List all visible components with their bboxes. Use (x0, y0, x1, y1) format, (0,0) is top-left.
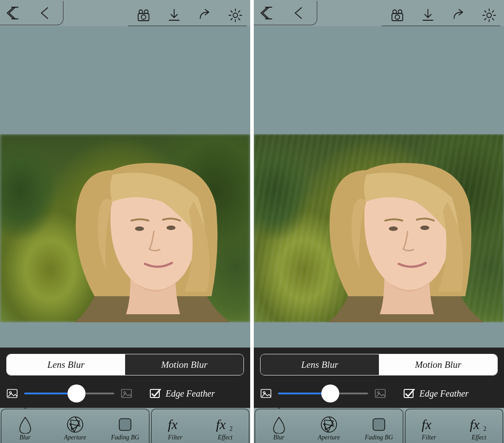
back-icon[interactable] (292, 5, 307, 21)
record-icon[interactable] (136, 8, 151, 23)
tab-label: Blur (273, 434, 284, 441)
nav-group (254, 1, 317, 25)
edge-feather-toggle[interactable]: Edge Feather (403, 388, 468, 399)
tab-fading-bg[interactable]: Fading BG (354, 408, 404, 443)
nav-group (0, 1, 63, 25)
square-icon (370, 416, 388, 434)
tab-label: Filter (168, 434, 182, 441)
tab-blur[interactable]: Blur (0, 408, 50, 443)
slider-row: Edge Feather (0, 375, 250, 408)
tab-label: Effect (218, 434, 233, 441)
top-toolbar (0, 0, 250, 26)
blur-amount-slider[interactable] (24, 384, 114, 402)
fx-icon (166, 416, 184, 434)
square-icon (116, 416, 134, 434)
editor-pane-right: Lens BlurMotion Blur Edge Feather (254, 0, 504, 443)
tab-blur[interactable]: Blur (254, 408, 304, 443)
slider-thumb[interactable] (68, 384, 86, 402)
controls-panel: Lens BlurMotion Blur Edge Feather (254, 348, 504, 408)
record-icon[interactable] (390, 8, 405, 23)
tab-fading-bg[interactable]: Fading BG (100, 408, 150, 443)
tab-effect[interactable]: Effect (454, 408, 504, 443)
canvas-bottom-spacer (254, 322, 504, 348)
photo-preview[interactable] (0, 134, 250, 322)
drop-icon (270, 416, 288, 434)
blur-mode-segmented: Lens BlurMotion Blur (6, 354, 244, 375)
blur-mode-label: Motion Blur (415, 359, 461, 371)
canvas-bottom-spacer (0, 322, 250, 348)
image-blur-icon (374, 388, 386, 399)
photo-preview[interactable] (254, 134, 504, 322)
action-group (382, 8, 500, 26)
bottom-tab-bar: Blur Aperture Fading BG Filter Effect (0, 408, 250, 443)
bottom-tab-bar: Blur Aperture Fading BG Filter Effect (254, 408, 504, 443)
fx2-icon (216, 416, 234, 434)
top-toolbar (254, 0, 504, 26)
download-icon[interactable] (420, 8, 436, 23)
controls-panel: Lens BlurMotion Blur Edge Feather (0, 348, 250, 408)
image-blur-icon (121, 388, 132, 399)
home-icon[interactable] (6, 5, 22, 21)
share-icon[interactable] (197, 8, 212, 23)
tab-label: Blur (19, 434, 31, 441)
settings-icon[interactable] (482, 8, 497, 23)
tab-label: Filter (422, 434, 436, 441)
canvas-top-spacer (254, 26, 504, 134)
home-icon[interactable] (260, 5, 275, 21)
drop-icon (16, 416, 34, 434)
aperture-icon (320, 416, 338, 434)
edge-feather-toggle[interactable]: Edge Feather (149, 388, 215, 399)
blur-amount-slider[interactable] (278, 384, 368, 402)
tab-label: Aperture (318, 434, 340, 441)
image-sharp-icon (6, 388, 18, 399)
edge-feather-label: Edge Feather (166, 389, 215, 399)
share-icon[interactable] (451, 8, 466, 23)
tab-aperture[interactable]: Aperture (304, 408, 354, 443)
action-group (128, 8, 247, 26)
download-icon[interactable] (166, 8, 182, 23)
blur-mode-label: Lens Blur (47, 359, 84, 371)
back-icon[interactable] (38, 5, 53, 21)
image-sharp-icon (260, 388, 272, 399)
blur-mode-lens-blur[interactable]: Lens Blur (7, 354, 125, 375)
fx2-icon (470, 416, 488, 434)
blur-mode-lens-blur[interactable]: Lens Blur (261, 354, 379, 375)
blur-mode-segmented: Lens BlurMotion Blur (260, 354, 498, 375)
slider-row: Edge Feather (254, 375, 504, 408)
tab-filter[interactable]: Filter (404, 408, 454, 443)
tab-label: Fading BG (365, 434, 393, 441)
fx-icon (420, 416, 438, 434)
blur-mode-label: Motion Blur (161, 359, 207, 371)
slider-thumb[interactable] (321, 384, 339, 402)
canvas-top-spacer (0, 26, 250, 134)
blur-mode-motion-blur[interactable]: Motion Blur (379, 354, 497, 375)
edge-feather-label: Edge Feather (419, 389, 468, 399)
aperture-icon (66, 416, 84, 434)
tab-effect[interactable]: Effect (200, 408, 250, 443)
blur-mode-motion-blur[interactable]: Motion Blur (125, 354, 243, 375)
blur-mode-label: Lens Blur (301, 359, 338, 371)
tab-label: Aperture (64, 434, 86, 441)
photo-subject (254, 134, 504, 322)
tab-label: Effect (472, 434, 486, 441)
editor-pane-left: Lens BlurMotion Blur Edge Feather (0, 0, 250, 443)
tab-label: Fading BG (111, 434, 140, 441)
tab-aperture[interactable]: Aperture (50, 408, 100, 443)
settings-icon[interactable] (228, 8, 243, 23)
tab-filter[interactable]: Filter (150, 408, 200, 443)
photo-subject (0, 134, 250, 322)
